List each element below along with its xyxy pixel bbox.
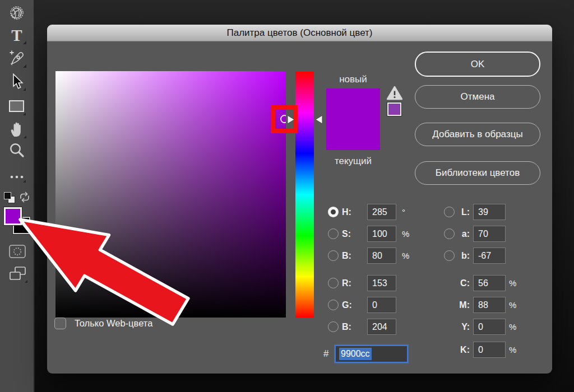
path-selection-tool-button[interactable] — [7, 72, 27, 92]
saturation-brightness-field[interactable] — [55, 71, 286, 318]
texture-ball-icon — [7, 3, 27, 24]
s-radio[interactable] — [328, 228, 339, 239]
r-row: R: 153 — [328, 275, 423, 292]
gamut-warning-icon[interactable] — [387, 86, 402, 102]
rectangle-tool-button[interactable] — [7, 96, 27, 116]
type-tool-button[interactable]: T — [7, 26, 27, 46]
foreground-color-swatch[interactable] — [4, 207, 22, 225]
b-blue-radio[interactable] — [328, 321, 339, 332]
b-brightness-input[interactable]: 80 — [367, 248, 396, 264]
s-label: S: — [342, 226, 351, 242]
default-colors-button[interactable] — [4, 192, 16, 204]
screen-mode-button[interactable] — [8, 265, 28, 286]
swap-arrows-icon — [18, 191, 31, 203]
b-brightness-row: B: 80 % — [328, 248, 423, 264]
color-libraries-button[interactable]: Библиотеки цветов — [415, 161, 540, 185]
l-row: L: 39 — [444, 204, 534, 221]
c-label: C: — [451, 275, 470, 292]
hue-slider-right-handle[interactable] — [315, 115, 323, 127]
cancel-button[interactable]: Отмена — [415, 85, 540, 109]
a-label: a: — [451, 226, 470, 242]
pen-tool-icon — [7, 49, 27, 69]
c-unit: % — [509, 275, 516, 292]
a-input[interactable]: 70 — [473, 226, 506, 242]
b-brightness-label: B: — [342, 248, 351, 264]
y-row: Y: 0 % — [444, 319, 545, 335]
hex-input[interactable]: 9900cc — [335, 345, 408, 363]
photoshop-workspace: T — [0, 0, 574, 392]
m-row: M: 88 % — [444, 297, 545, 314]
r-input[interactable]: 153 — [367, 275, 396, 291]
dialog-titlebar[interactable]: Палитра цветов (Основной цвет) — [47, 25, 552, 41]
hand-tool-icon — [7, 119, 27, 139]
r-label: R: — [342, 275, 351, 292]
quick-mask-icon — [8, 244, 26, 259]
s-input[interactable]: 100 — [367, 226, 396, 242]
current-color-swatch[interactable] — [326, 119, 380, 150]
hue-slider[interactable] — [295, 72, 314, 318]
pen-tool-button[interactable] — [7, 49, 27, 69]
screen-mode-icon — [8, 265, 28, 283]
default-black-swatch — [4, 192, 11, 199]
l-input[interactable]: 39 — [473, 204, 506, 220]
c-row: C: 56 % — [444, 275, 545, 292]
m-input[interactable]: 88 — [473, 297, 506, 313]
zoom-tool-button[interactable] — [7, 141, 27, 161]
s-row: S: 100 % — [328, 226, 423, 242]
new-color-swatch — [326, 88, 380, 119]
k-input[interactable]: 0 — [473, 342, 506, 358]
y-unit: % — [509, 319, 516, 335]
rectangle-tool-icon — [7, 96, 27, 116]
y-label: Y: — [451, 319, 470, 335]
l-label: L: — [451, 204, 470, 221]
hand-tool-button[interactable] — [7, 119, 27, 139]
swap-colors-button[interactable] — [18, 191, 31, 203]
hex-prefix: # — [323, 345, 328, 363]
b-blue-row: B: 204 — [328, 319, 423, 335]
new-color-label: новый — [320, 74, 387, 85]
g-radio[interactable] — [328, 300, 339, 310]
b-brightness-unit: % — [402, 248, 409, 264]
current-color-label: текущий — [320, 156, 387, 167]
b-brightness-radio[interactable] — [328, 250, 339, 261]
c-input[interactable]: 56 — [473, 275, 506, 291]
lab-b-row: b: -67 — [444, 248, 534, 264]
ellipsis-icon — [7, 167, 27, 187]
web-colors-label: Только Web-цвета — [75, 316, 152, 330]
s-unit: % — [402, 226, 409, 242]
selection-arrow-icon — [7, 72, 27, 92]
hue-slider-left-handle[interactable] — [287, 115, 295, 127]
tools-panel: T — [0, 0, 35, 392]
color-picker-dialog: Палитра цветов (Основной цвет) новый тек… — [47, 25, 552, 374]
ok-button[interactable]: OK — [415, 52, 540, 77]
r-radio[interactable] — [328, 278, 339, 288]
k-unit: % — [509, 342, 516, 358]
a-row: a: 70 — [444, 226, 534, 242]
g-label: G: — [342, 297, 352, 314]
texture-tool-button[interactable] — [7, 3, 27, 24]
lab-b-input[interactable]: -67 — [473, 248, 506, 264]
svg-text:T: T — [11, 26, 22, 44]
b-blue-input[interactable]: 204 — [367, 319, 396, 335]
b-blue-label: B: — [342, 319, 351, 335]
more-options-button[interactable] — [7, 167, 27, 187]
h-radio[interactable] — [328, 207, 339, 217]
m-label: M: — [451, 297, 470, 314]
k-label: K: — [451, 342, 470, 358]
magnifier-icon — [7, 141, 27, 161]
hex-selected-text: 9900cc — [339, 348, 372, 360]
dialog-title: Палитра цветов (Основной цвет) — [226, 27, 372, 39]
quick-mask-button[interactable] — [8, 244, 26, 259]
add-to-swatches-button[interactable]: Добавить в образцы — [415, 123, 540, 146]
h-unit: ° — [402, 204, 405, 221]
h-row: H: 285 ° — [328, 204, 423, 221]
web-colors-checkbox[interactable] — [54, 318, 66, 329]
g-row: G: 0 — [328, 297, 423, 314]
gamut-color-swatch[interactable] — [387, 102, 401, 116]
g-input[interactable]: 0 — [367, 297, 396, 313]
k-row: K: 0 % — [444, 342, 545, 358]
y-input[interactable]: 0 — [473, 319, 506, 335]
m-unit: % — [509, 297, 516, 314]
type-tool-icon: T — [7, 26, 27, 46]
h-input[interactable]: 285 — [367, 204, 396, 220]
